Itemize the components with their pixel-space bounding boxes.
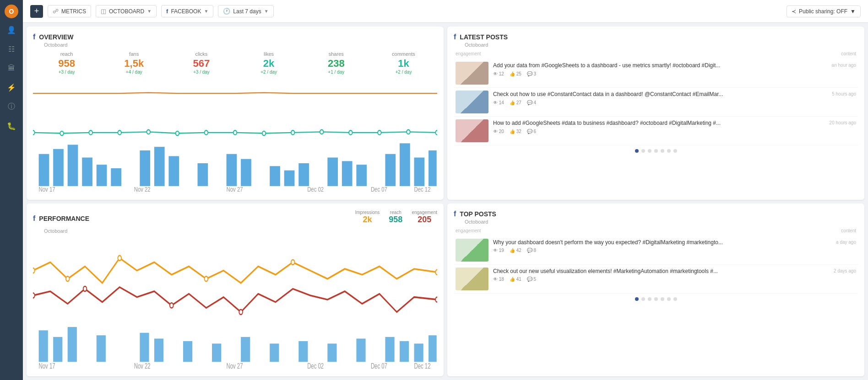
legend-reach-label: reach <box>389 210 402 215</box>
sidebar-logo[interactable]: O <box>5 5 18 18</box>
stat-likes-value: 2k <box>235 58 303 70</box>
top-dot-3[interactable] <box>648 297 651 301</box>
svg-point-51 <box>170 303 174 308</box>
top-carousel-dots <box>454 297 858 301</box>
post-content-1: Add your data from #GoogleSheets to a da… <box>493 62 827 76</box>
top-dot-2[interactable] <box>641 297 645 301</box>
svg-text:Nov 17: Nov 17 <box>39 361 55 370</box>
top-post-views-2: 👁 18 <box>493 277 504 282</box>
post-thumb-3 <box>456 119 488 142</box>
stat-comments-delta: +2 / day <box>370 70 437 75</box>
clock-icon: 🕐 <box>223 8 230 15</box>
top-post-text-2: Check out our new useful visualization e… <box>493 268 829 275</box>
post-text-1: Add your data from #GoogleSheets to a da… <box>493 62 827 70</box>
svg-rect-29 <box>298 163 309 186</box>
overview-fb-icon: f <box>33 33 35 41</box>
svg-point-46 <box>205 276 208 281</box>
svg-text:Nov 27: Nov 27 <box>227 361 243 370</box>
list-item: Check out our new useful visualization e… <box>454 265 858 294</box>
legend-reach: reach 958 <box>389 210 402 225</box>
top-dot-4[interactable] <box>654 297 658 301</box>
topbar: + ☍ METRICS ◫ OCTOBOARD ▼ f FACEBOOK ▼ 🕐… <box>23 0 868 23</box>
svg-point-43 <box>33 268 35 273</box>
overview-card: f OVERVIEW Octoboard reach 958 +3 / day … <box>27 27 444 200</box>
svg-point-11 <box>349 130 353 134</box>
svg-rect-63 <box>270 343 279 362</box>
top-post-content-1: Why your dashboard doesn't perform the w… <box>493 239 831 253</box>
dot-4[interactable] <box>654 149 658 153</box>
overview-title: OVERVIEW <box>39 33 73 41</box>
post-text-2: Check out how to use #ConstantContact da… <box>493 91 827 98</box>
top-post-content-2: Check out our new useful visualization e… <box>493 268 829 282</box>
dot-3[interactable] <box>648 149 651 153</box>
svg-rect-35 <box>414 158 425 186</box>
svg-text:Dec 12: Dec 12 <box>414 361 431 370</box>
legend-reach-value: 958 <box>389 215 402 225</box>
svg-point-3 <box>118 130 121 134</box>
content-grid: f OVERVIEW Octoboard reach 958 +3 / day … <box>23 23 868 380</box>
svg-point-48 <box>435 269 437 274</box>
svg-point-53 <box>435 297 437 302</box>
post-thumb-1 <box>456 62 488 85</box>
octoboard-button[interactable]: ◫ OCTOBOARD ▼ <box>96 5 157 17</box>
top-post-time-1: a day ago <box>836 240 856 245</box>
top-post-likes-2: 👍 41 <box>510 277 521 282</box>
post-time-2: 5 hours ago <box>832 91 856 96</box>
svg-point-5 <box>176 131 179 135</box>
dot-7[interactable] <box>673 149 677 153</box>
svg-rect-33 <box>385 154 396 186</box>
top-post-text-1: Why your dashboard doesn't perform the w… <box>493 239 831 246</box>
svg-rect-36 <box>429 150 437 186</box>
latest-posts-subtitle: Octoboard <box>454 42 858 48</box>
sidebar-icon-bug[interactable]: 🐛 <box>4 118 19 134</box>
svg-point-4 <box>147 130 151 134</box>
metrics-button[interactable]: ☍ METRICS <box>48 5 91 17</box>
latest-posts-card: f LATEST POSTS Octoboard engagement cont… <box>447 27 864 200</box>
list-item: How to add #GoogleSheets #data to busine… <box>454 117 858 145</box>
latest-posts-fb-icon: f <box>454 33 456 41</box>
dot-5[interactable] <box>661 149 664 153</box>
timerange-button[interactable]: 🕐 Last 7 days ▼ <box>218 5 273 17</box>
sharing-button[interactable]: ≺ Public sharing: OFF ▼ <box>787 5 861 17</box>
dot-6[interactable] <box>667 149 671 153</box>
svg-rect-65 <box>327 343 336 362</box>
top-dot-7[interactable] <box>673 297 677 301</box>
svg-rect-34 <box>400 143 410 186</box>
top-posts-header-row: engagement content <box>454 228 858 233</box>
top-dot-5[interactable] <box>661 297 664 301</box>
sidebar-icon-person[interactable]: 👤 <box>4 22 19 37</box>
sidebar-icon-bolt[interactable]: ⚡ <box>4 80 19 95</box>
svg-rect-32 <box>356 165 367 186</box>
svg-point-1 <box>60 131 64 135</box>
sidebar-icon-bank[interactable]: 🏛 <box>4 60 19 76</box>
svg-rect-21 <box>140 150 150 186</box>
svg-point-45 <box>118 255 121 260</box>
svg-rect-16 <box>53 149 64 186</box>
legend-impressions-label: Impressions <box>355 210 380 215</box>
sidebar-icon-info[interactable]: ⓘ <box>4 99 19 114</box>
post-thumb-2 <box>456 91 488 113</box>
svg-rect-56 <box>68 327 77 362</box>
dot-1[interactable] <box>635 149 639 153</box>
top-posts-header: f TOP POSTS <box>454 210 858 218</box>
dot-2[interactable] <box>641 149 645 153</box>
svg-text:Nov 17: Nov 17 <box>39 186 55 193</box>
sidebar-icon-grid[interactable]: ☷ <box>4 41 19 57</box>
overview-chart: Nov 17 Nov 22 Nov 27 Dec 02 Dec 07 Dec 1… <box>33 79 437 193</box>
add-button[interactable]: + <box>30 5 43 18</box>
svg-point-12 <box>378 130 381 134</box>
svg-rect-22 <box>154 147 165 186</box>
top-dot-1[interactable] <box>635 297 639 301</box>
facebook-button[interactable]: f FACEBOOK ▼ <box>161 5 213 17</box>
post-time-3: 20 hours ago <box>830 120 856 125</box>
svg-text:Dec 07: Dec 07 <box>371 361 387 370</box>
top-dot-6[interactable] <box>667 297 671 301</box>
top-post-comments-1: 💬 8 <box>527 248 536 253</box>
post-content-3: How to add #GoogleSheets #data to busine… <box>493 119 825 134</box>
sidebar: O 👤 ☷ 🏛 ⚡ ⓘ 🐛 <box>0 0 23 380</box>
svg-rect-31 <box>342 161 353 186</box>
post-comments-3: 💬 6 <box>527 129 536 134</box>
top-posts-subtitle: Octoboard <box>454 219 858 225</box>
svg-rect-54 <box>39 330 48 362</box>
latest-content-label: content <box>841 51 856 56</box>
